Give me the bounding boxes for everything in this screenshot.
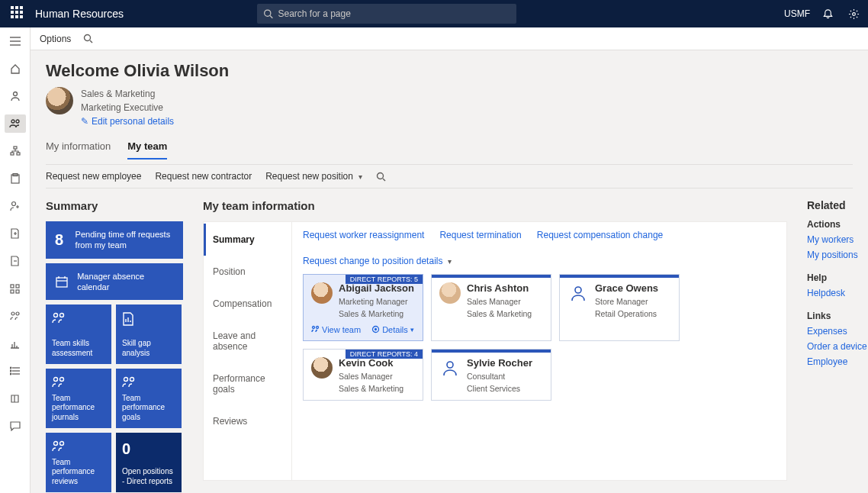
helpdesk-link[interactable]: Helpdesk — [807, 288, 853, 298]
member-name: Grace Owens — [595, 282, 658, 295]
actions-heading: Actions — [807, 219, 853, 230]
svg-point-2 — [853, 12, 856, 15]
direct-reports-badge: DIRECT REPORTS: 5 — [346, 275, 423, 284]
request-reassignment-link[interactable]: Request worker reassignment — [303, 230, 424, 240]
request-new-employee[interactable]: Request new employee — [46, 171, 141, 182]
svg-point-44 — [317, 327, 319, 329]
pending-timeoff-tile[interactable]: 8 Pending time off requests from my team — [46, 221, 183, 259]
svg-rect-11 — [17, 153, 20, 155]
book-icon[interactable] — [5, 389, 26, 408]
my-positions-link[interactable]: My positions — [807, 250, 853, 260]
tab-my-information[interactable]: My information — [46, 136, 111, 160]
action-bar: Request new employee Request new contrac… — [46, 164, 853, 188]
notifications-icon[interactable] — [821, 6, 836, 21]
app-launcher-icon[interactable] — [11, 6, 26, 21]
svg-point-29 — [377, 172, 383, 179]
perf-goals-tile[interactable]: Team performance goals — [116, 369, 182, 428]
open-positions-tile[interactable]: 0 Open positions - Direct reports — [116, 433, 182, 492]
tab-my-team[interactable]: My team — [127, 136, 167, 160]
svg-point-14 — [11, 202, 15, 206]
view-team-link[interactable]: View team — [311, 325, 361, 334]
person-add-icon[interactable] — [5, 197, 26, 215]
people-small-icon[interactable] — [5, 307, 26, 325]
svg-point-39 — [124, 378, 128, 382]
svg-point-7 — [11, 120, 14, 123]
svg-rect-9 — [14, 147, 17, 149]
people-icon[interactable] — [5, 114, 26, 133]
svg-point-20 — [16, 312, 19, 315]
doc-out-icon[interactable] — [5, 252, 26, 270]
subnav-compensation[interactable]: Compensation — [204, 288, 291, 320]
person-icon — [567, 282, 589, 304]
avatar — [439, 282, 461, 304]
subnav-reviews[interactable]: Reviews — [204, 405, 291, 437]
svg-point-0 — [265, 10, 271, 16]
member-dept: Sales & Marketing — [467, 308, 532, 319]
people-icon — [122, 376, 175, 392]
team-subnav: Summary Position Compensation Leave and … — [204, 222, 292, 480]
actionbar-search-icon[interactable] — [376, 172, 386, 182]
svg-point-26 — [10, 373, 11, 375]
subnav-leave[interactable]: Leave and absence — [204, 320, 291, 362]
svg-point-41 — [54, 442, 58, 446]
doc-in-icon[interactable] — [5, 224, 26, 243]
search-input[interactable] — [278, 8, 510, 19]
page-title: Welcome Olivia Wilson — [46, 61, 853, 81]
subnav-summary[interactable]: Summary — [204, 224, 291, 256]
pending-label: Pending time off requests from my team — [76, 229, 174, 251]
people-icon — [52, 376, 105, 392]
app-title: Human Resources — [35, 8, 124, 20]
clipboard-icon[interactable] — [5, 169, 26, 188]
avatar — [46, 87, 73, 114]
member-dept: Sales & Marketing — [339, 383, 403, 394]
subnav-position[interactable]: Position — [204, 256, 291, 288]
team-member-card[interactable]: Sylvie RocherConsultantClient Services — [431, 349, 551, 401]
cmdbar-search-icon[interactable] — [83, 34, 93, 44]
member-role: Consultant — [467, 371, 532, 382]
order-device-link[interactable]: Order a device — [807, 341, 853, 352]
settings-icon[interactable] — [847, 6, 862, 21]
chart-icon[interactable] — [5, 334, 26, 353]
team-info-heading: My team information — [203, 199, 787, 212]
absence-calendar-tile[interactable]: Manager absence calendar — [46, 263, 183, 301]
member-name: Kevin Cook — [339, 357, 403, 369]
subnav-performance-goals[interactable]: Performance goals — [204, 362, 291, 405]
org-icon[interactable] — [5, 142, 26, 160]
svg-rect-16 — [16, 285, 19, 288]
team-skills-tile[interactable]: Team skills assessment — [46, 304, 111, 364]
card-accent-bar — [432, 275, 551, 278]
card-accent-bar — [560, 275, 679, 278]
request-termination-link[interactable]: Request termination — [439, 230, 521, 240]
svg-point-25 — [10, 370, 11, 372]
grid-icon[interactable] — [5, 279, 26, 298]
request-comp-change-link[interactable]: Request compensation change — [537, 230, 663, 240]
chat-icon[interactable] — [5, 417, 26, 435]
skill-gap-tile[interactable]: Skill gap analysis — [116, 304, 182, 364]
person-icon[interactable] — [5, 87, 26, 105]
team-member-card[interactable]: DIRECT REPORTS: 4Kevin CookSales Manager… — [303, 349, 423, 401]
team-member-card[interactable]: DIRECT REPORTS: 5Abigail JacksonMarketin… — [303, 274, 423, 341]
list-icon[interactable] — [5, 362, 26, 380]
request-position-details-link[interactable]: Request change to position details — [303, 256, 452, 266]
company-picker[interactable]: USMF — [784, 8, 810, 19]
svg-rect-18 — [16, 290, 19, 293]
request-new-position[interactable]: Request new position — [265, 171, 362, 182]
home-icon[interactable] — [5, 60, 26, 78]
edit-personal-details-link[interactable]: ✎Edit personal details — [81, 116, 174, 127]
request-new-contractor[interactable]: Request new contractor — [155, 171, 252, 182]
my-workers-link[interactable]: My workers — [807, 234, 853, 245]
details-link[interactable]: Details ▾ — [371, 325, 414, 334]
global-search[interactable] — [257, 4, 516, 24]
member-dept: Client Services — [467, 383, 532, 394]
team-member-card[interactable]: Chris AshtonSales ManagerSales & Marketi… — [431, 274, 551, 341]
employee-link[interactable]: Employee — [807, 356, 853, 367]
expenses-link[interactable]: Expenses — [807, 326, 853, 337]
perf-reviews-tile[interactable]: Team performance reviews — [46, 433, 111, 492]
team-member-card[interactable]: Grace OwensStore ManagerRetail Operation… — [559, 274, 680, 341]
hamburger-icon[interactable] — [5, 32, 26, 50]
perf-journals-tile[interactable]: Team performance journals — [46, 369, 111, 428]
options-menu[interactable]: Options — [40, 34, 71, 44]
svg-point-43 — [313, 327, 315, 329]
avatar — [311, 357, 333, 379]
svg-point-37 — [54, 378, 58, 382]
